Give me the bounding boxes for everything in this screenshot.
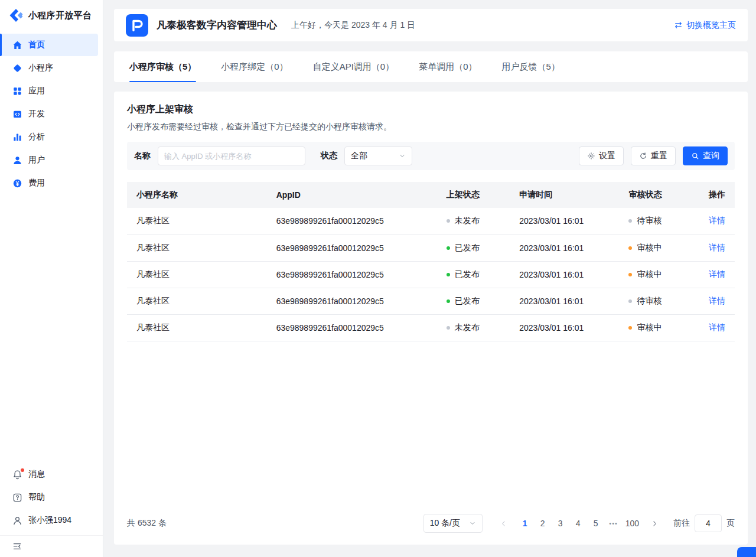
total-count: 共 6532 条 [127, 518, 167, 529]
sidebar-item-home[interactable]: 首页 [0, 34, 98, 56]
sidebar-item-messages[interactable]: 消息 [0, 463, 98, 486]
cell-audit-status: 待审核 [619, 288, 695, 314]
settings-button[interactable]: 设置 [579, 146, 624, 165]
tabs-bar: 小程序审核（5）小程序绑定（0）自定义API调用（0）菜单调用（0）用户反馈（5… [114, 51, 748, 82]
floating-widget-button[interactable] [737, 547, 756, 557]
app-layout: 小程序开放平台 首页小程序应用开发分析用户费用 消息帮助张小强1994 凡泰极客… [0, 0, 756, 557]
column-header: 上架状态 [437, 182, 510, 208]
cell-appid: 63e989899261fa00012029c5 [267, 261, 437, 288]
audit-table: 小程序名称AppID上架状态申请时间审核状态操作 凡泰社区63e98989926… [127, 182, 735, 341]
tab-label: 小程序绑定（0） [221, 61, 288, 73]
tab-label: 用户反馈（5） [502, 61, 560, 73]
sidebar-item-help[interactable]: 帮助 [0, 486, 98, 509]
prev-page-button[interactable] [496, 515, 512, 532]
help-icon [12, 493, 22, 503]
tab-menu-call[interactable]: 菜单调用（0） [419, 51, 477, 82]
cell-apply-time: 2023/03/01 16:01 [510, 314, 619, 341]
cell-appid: 63e989899261fa00012029c5 [267, 208, 437, 234]
sidebar-item-users[interactable]: 用户 [0, 149, 98, 171]
detail-link[interactable]: 详情 [709, 296, 725, 305]
page-ellipsis[interactable]: ••• [605, 515, 622, 532]
pager: 10 条/页 12345•••100 前往 页 [423, 514, 735, 533]
cell-miniapp-name: 凡泰社区 [127, 288, 267, 314]
cell-miniapp-name: 凡泰社区 [127, 314, 267, 341]
next-page-button[interactable] [646, 515, 663, 532]
sidebar-item-account[interactable]: 张小强1994 [0, 509, 98, 532]
chevron-down-icon [399, 152, 406, 159]
status-filter-label: 状态 [321, 151, 337, 161]
page-button-100[interactable]: 100 [623, 515, 641, 532]
table-empty-space [127, 341, 735, 506]
bell-icon [12, 470, 22, 480]
sidebar-item-develop[interactable]: 开发 [0, 103, 98, 125]
sidebar-item-miniprogram[interactable]: 小程序 [0, 57, 98, 79]
workspace-header: 凡泰极客数字内容管理中心 上午好，今天是 2023 年 4 月 1 日 切换概览… [114, 9, 748, 41]
tab-label: 小程序审核（5） [129, 61, 196, 73]
cell-apply-time: 2023/03/01 16:01 [510, 234, 619, 261]
sidebar-item-label: 分析 [28, 132, 45, 142]
audit-status-dot [628, 219, 632, 223]
sidebar-bottom-menu: 消息帮助张小强1994 [0, 463, 103, 532]
table-row: 凡泰社区63e989899261fa00012029c5已发布2023/03/0… [127, 288, 735, 314]
page-button-4[interactable]: 4 [570, 515, 586, 532]
sidebar-item-apps[interactable]: 应用 [0, 80, 98, 102]
cell-publish-status: 未发布 [437, 208, 510, 234]
audit-panel: 小程序上架审核 小程序发布需要经过审核，检查并通过下方已经提交的小程序审核请求。… [114, 92, 748, 545]
detail-link[interactable]: 详情 [709, 216, 725, 225]
refresh-icon [639, 152, 647, 160]
sidebar-item-billing[interactable]: 费用 [0, 172, 98, 194]
chevron-left-icon [500, 520, 507, 527]
cell-action: 详情 [695, 261, 735, 288]
home-icon [12, 40, 22, 50]
users-icon [12, 155, 22, 165]
name-filter-input[interactable] [158, 146, 305, 165]
tab-feedback[interactable]: 用户反馈（5） [502, 51, 560, 82]
collapse-sidebar-button[interactable] [0, 535, 103, 557]
detail-link[interactable]: 详情 [709, 243, 725, 252]
tab-label: 菜单调用（0） [419, 61, 477, 73]
billing-icon [12, 178, 22, 188]
miniprogram-icon [12, 63, 22, 73]
table-row: 凡泰社区63e989899261fa00012029c5已发布2023/03/0… [127, 261, 735, 288]
sidebar-item-analytics[interactable]: 分析 [0, 126, 98, 148]
page-size-select[interactable]: 10 条/页 [423, 514, 483, 533]
sidebar-item-label: 用户 [28, 155, 45, 165]
tab-custom-api[interactable]: 自定义API调用（0） [313, 51, 395, 82]
sidebar-bottom: 消息帮助张小强1994 [0, 463, 103, 557]
cell-publish-status: 未发布 [437, 314, 510, 341]
goto-page-input[interactable] [695, 514, 722, 532]
tab-binding[interactable]: 小程序绑定（0） [221, 51, 288, 82]
account-icon [12, 516, 22, 526]
search-button[interactable]: 查询 [683, 146, 728, 165]
page-button-5[interactable]: 5 [588, 515, 604, 532]
reset-button-label: 重置 [651, 151, 667, 161]
page-button-1[interactable]: 1 [517, 515, 533, 532]
sidebar-item-label: 应用 [28, 86, 45, 96]
switch-overview-link[interactable]: 切换概览主页 [674, 20, 736, 31]
panel-description: 小程序发布需要经过审核，检查并通过下方已经提交的小程序审核请求。 [127, 122, 735, 132]
tab-audit[interactable]: 小程序审核（5） [129, 51, 196, 82]
audit-status-dot [628, 246, 632, 250]
detail-link[interactable]: 详情 [709, 269, 725, 279]
detail-link[interactable]: 详情 [709, 323, 725, 332]
audit-status-dot [628, 273, 632, 276]
cell-audit-status: 审核中 [619, 314, 695, 341]
page-button-3[interactable]: 3 [552, 515, 569, 532]
page-button-2[interactable]: 2 [535, 515, 551, 532]
gear-icon [587, 152, 595, 160]
page-size-value: 10 条/页 [430, 518, 460, 529]
status-filter-select[interactable]: 全部 [344, 146, 412, 165]
switch-overview-label: 切换概览主页 [686, 20, 736, 31]
cell-action: 详情 [695, 288, 735, 314]
chevron-right-icon [651, 520, 659, 527]
pagination: 共 6532 条 10 条/页 12345•••100 前往 页 [127, 506, 735, 545]
settings-button-label: 设置 [599, 151, 615, 161]
cell-miniapp-name: 凡泰社区 [127, 261, 267, 288]
page-numbers: 12345•••100 [517, 515, 641, 532]
reset-button[interactable]: 重置 [631, 146, 676, 165]
column-header: AppID [267, 182, 437, 208]
goto-label: 前往 [673, 518, 690, 529]
analytics-icon [12, 132, 22, 142]
column-header: 操作 [695, 182, 735, 208]
cell-publish-status: 已发布 [437, 261, 510, 288]
